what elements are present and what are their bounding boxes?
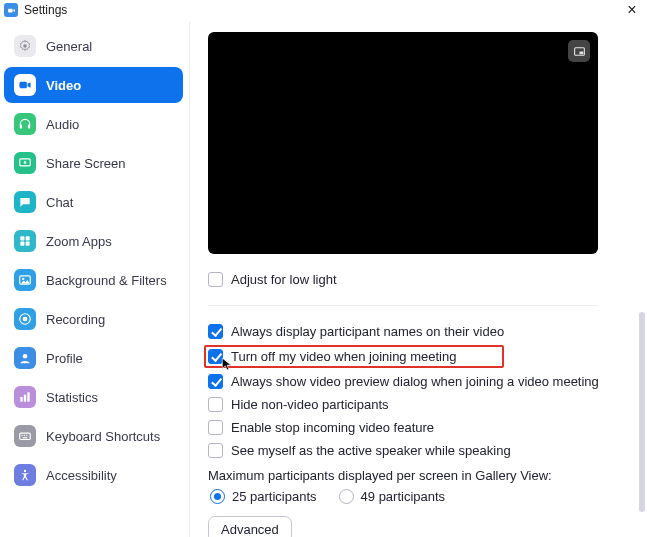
- sidebar-item-audio[interactable]: Audio: [4, 106, 183, 142]
- sidebar-item-label: Chat: [46, 195, 73, 210]
- sidebar-item-label: Share Screen: [46, 156, 126, 171]
- profile-icon: [14, 347, 36, 369]
- svg-rect-0: [8, 8, 13, 12]
- adjust-low-light-checkbox[interactable]: [208, 272, 223, 287]
- sidebar-item-label: Zoom Apps: [46, 234, 112, 249]
- gallery-view-label: Maximum participants displayed per scree…: [208, 462, 629, 489]
- video-option-row: Enable stop incoming video feature: [208, 416, 629, 439]
- scrollbar[interactable]: [639, 312, 645, 512]
- svg-point-23: [24, 470, 26, 472]
- svg-rect-20: [24, 435, 25, 436]
- video-option-checkbox[interactable]: [208, 324, 223, 339]
- sidebar-item-label: General: [46, 39, 92, 54]
- gallery-radio[interactable]: [210, 489, 225, 504]
- chat-icon: [14, 191, 36, 213]
- video-option-row: See myself as the active speaker while s…: [208, 439, 629, 462]
- video-option-label: See myself as the active speaker while s…: [231, 443, 511, 458]
- gallery-radio-label: 25 participants: [232, 489, 317, 504]
- svg-point-13: [23, 317, 28, 322]
- sidebar-item-label: Keyboard Shortcuts: [46, 429, 160, 444]
- sidebar-item-label: Accessibility: [46, 468, 117, 483]
- sidebar-item-label: Recording: [46, 312, 105, 327]
- svg-rect-19: [22, 435, 23, 436]
- video-icon: [14, 74, 36, 96]
- video-option-label: Always display participant names on thei…: [231, 324, 504, 339]
- keyboard-icon: [14, 425, 36, 447]
- advanced-button[interactable]: Advanced: [208, 516, 292, 537]
- sidebar-item-zoom-apps[interactable]: Zoom Apps: [4, 223, 183, 259]
- sidebar-item-video[interactable]: Video: [4, 67, 183, 103]
- statistics-icon: [14, 386, 36, 408]
- sidebar-item-accessibility[interactable]: Accessibility: [4, 457, 183, 493]
- sidebar-item-keyboard-shortcuts[interactable]: Keyboard Shortcuts: [4, 418, 183, 454]
- headphones-icon: [14, 113, 36, 135]
- sidebar-item-background-filters[interactable]: Background & Filters: [4, 262, 183, 298]
- close-icon[interactable]: ×: [623, 3, 641, 17]
- svg-rect-4: [28, 125, 30, 129]
- svg-rect-8: [20, 242, 24, 246]
- svg-rect-2: [20, 82, 27, 88]
- video-option-label: Always show video preview dialog when jo…: [231, 374, 599, 389]
- adjust-low-light-row: Adjust for low light: [208, 268, 629, 291]
- video-option-row: Hide non-video participants: [208, 393, 629, 416]
- sidebar: GeneralVideoAudioShare ScreenChatZoom Ap…: [0, 22, 190, 537]
- svg-rect-22: [23, 437, 28, 438]
- svg-point-14: [23, 354, 28, 359]
- pip-icon[interactable]: [568, 40, 590, 62]
- svg-rect-25: [579, 51, 583, 54]
- divider: [208, 305, 598, 306]
- svg-rect-3: [20, 125, 22, 129]
- svg-point-1: [23, 44, 27, 48]
- video-option-row: Always display participant names on thei…: [208, 320, 629, 343]
- sidebar-item-statistics[interactable]: Statistics: [4, 379, 183, 415]
- video-option-label: Turn off my video when joining meeting: [231, 349, 456, 364]
- svg-rect-18: [20, 433, 31, 439]
- video-option-label: Hide non-video participants: [231, 397, 389, 412]
- video-preview: [208, 32, 598, 254]
- svg-rect-17: [27, 392, 29, 401]
- sidebar-item-general[interactable]: General: [4, 28, 183, 64]
- video-option-checkbox[interactable]: [208, 374, 223, 389]
- svg-point-11: [22, 278, 24, 280]
- svg-rect-9: [26, 242, 30, 246]
- svg-rect-7: [26, 236, 30, 240]
- background-icon: [14, 269, 36, 291]
- sidebar-item-label: Statistics: [46, 390, 98, 405]
- svg-rect-21: [26, 435, 27, 436]
- svg-rect-16: [24, 395, 26, 402]
- apps-icon: [14, 230, 36, 252]
- sidebar-item-label: Audio: [46, 117, 79, 132]
- svg-rect-6: [20, 236, 24, 240]
- video-option-label: Enable stop incoming video feature: [231, 420, 434, 435]
- app-icon: [4, 3, 18, 17]
- sidebar-item-label: Profile: [46, 351, 83, 366]
- video-option-checkbox[interactable]: [208, 420, 223, 435]
- video-option-checkbox[interactable]: [208, 443, 223, 458]
- video-option-checkbox[interactable]: [208, 349, 223, 364]
- sidebar-item-share-screen[interactable]: Share Screen: [4, 145, 183, 181]
- sidebar-item-profile[interactable]: Profile: [4, 340, 183, 376]
- titlebar: Settings ×: [0, 0, 647, 22]
- video-option-row: Always show video preview dialog when jo…: [208, 370, 629, 393]
- gallery-radio[interactable]: [339, 489, 354, 504]
- video-option-checkbox[interactable]: [208, 397, 223, 412]
- sidebar-item-label: Video: [46, 78, 81, 93]
- gear-icon: [14, 35, 36, 57]
- video-option-row: Turn off my video when joining meeting: [204, 345, 504, 368]
- sidebar-item-chat[interactable]: Chat: [4, 184, 183, 220]
- recording-icon: [14, 308, 36, 330]
- sidebar-item-recording[interactable]: Recording: [4, 301, 183, 337]
- content-pane: Adjust for low light Always display part…: [190, 22, 647, 537]
- svg-rect-15: [20, 397, 22, 402]
- share-screen-icon: [14, 152, 36, 174]
- gallery-radio-label: 49 participants: [361, 489, 446, 504]
- adjust-low-light-label: Adjust for low light: [231, 272, 337, 287]
- accessibility-icon: [14, 464, 36, 486]
- window-title: Settings: [24, 3, 67, 17]
- sidebar-item-label: Background & Filters: [46, 273, 167, 288]
